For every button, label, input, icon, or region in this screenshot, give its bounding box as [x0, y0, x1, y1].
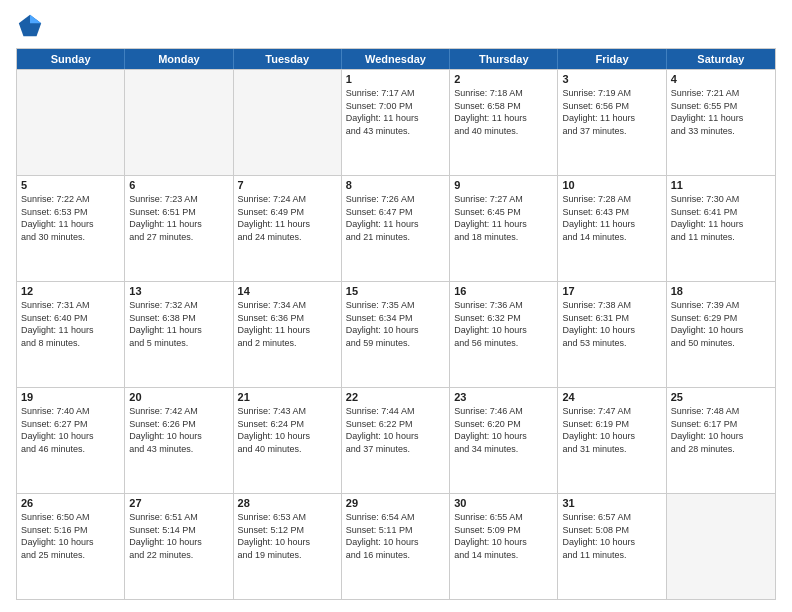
day-number: 29 [346, 497, 445, 509]
cell-info: Sunrise: 7:17 AM Sunset: 7:00 PM Dayligh… [346, 87, 445, 137]
cell-info: Sunrise: 6:50 AM Sunset: 5:16 PM Dayligh… [21, 511, 120, 561]
cal-row-3: 19Sunrise: 7:40 AM Sunset: 6:27 PM Dayli… [17, 387, 775, 493]
day-number: 22 [346, 391, 445, 403]
logo-icon [16, 12, 44, 40]
day-number: 3 [562, 73, 661, 85]
calendar-header: SundayMondayTuesdayWednesdayThursdayFrid… [17, 49, 775, 69]
cal-row-2: 12Sunrise: 7:31 AM Sunset: 6:40 PM Dayli… [17, 281, 775, 387]
calendar: SundayMondayTuesdayWednesdayThursdayFrid… [16, 48, 776, 600]
cell-info: Sunrise: 6:57 AM Sunset: 5:08 PM Dayligh… [562, 511, 661, 561]
cal-cell: 31Sunrise: 6:57 AM Sunset: 5:08 PM Dayli… [558, 494, 666, 599]
cell-info: Sunrise: 7:19 AM Sunset: 6:56 PM Dayligh… [562, 87, 661, 137]
cal-cell: 24Sunrise: 7:47 AM Sunset: 6:19 PM Dayli… [558, 388, 666, 493]
day-number: 19 [21, 391, 120, 403]
cal-cell: 2Sunrise: 7:18 AM Sunset: 6:58 PM Daylig… [450, 70, 558, 175]
cell-info: Sunrise: 7:40 AM Sunset: 6:27 PM Dayligh… [21, 405, 120, 455]
day-number: 16 [454, 285, 553, 297]
cal-cell [234, 70, 342, 175]
day-number: 15 [346, 285, 445, 297]
day-number: 28 [238, 497, 337, 509]
cal-cell: 14Sunrise: 7:34 AM Sunset: 6:36 PM Dayli… [234, 282, 342, 387]
cell-info: Sunrise: 7:21 AM Sunset: 6:55 PM Dayligh… [671, 87, 771, 137]
cal-row-4: 26Sunrise: 6:50 AM Sunset: 5:16 PM Dayli… [17, 493, 775, 599]
cal-cell: 25Sunrise: 7:48 AM Sunset: 6:17 PM Dayli… [667, 388, 775, 493]
page: SundayMondayTuesdayWednesdayThursdayFrid… [0, 0, 792, 612]
day-number: 26 [21, 497, 120, 509]
cal-cell: 3Sunrise: 7:19 AM Sunset: 6:56 PM Daylig… [558, 70, 666, 175]
day-number: 8 [346, 179, 445, 191]
cal-cell: 8Sunrise: 7:26 AM Sunset: 6:47 PM Daylig… [342, 176, 450, 281]
calendar-body: 1Sunrise: 7:17 AM Sunset: 7:00 PM Daylig… [17, 69, 775, 599]
day-number: 27 [129, 497, 228, 509]
day-number: 20 [129, 391, 228, 403]
day-number: 17 [562, 285, 661, 297]
cal-cell [17, 70, 125, 175]
day-number: 18 [671, 285, 771, 297]
cal-header-wednesday: Wednesday [342, 49, 450, 69]
cal-cell: 21Sunrise: 7:43 AM Sunset: 6:24 PM Dayli… [234, 388, 342, 493]
cell-info: Sunrise: 6:55 AM Sunset: 5:09 PM Dayligh… [454, 511, 553, 561]
day-number: 6 [129, 179, 228, 191]
logo [16, 12, 48, 40]
cell-info: Sunrise: 7:32 AM Sunset: 6:38 PM Dayligh… [129, 299, 228, 349]
cal-header-sunday: Sunday [17, 49, 125, 69]
day-number: 11 [671, 179, 771, 191]
cal-header-monday: Monday [125, 49, 233, 69]
cell-info: Sunrise: 7:31 AM Sunset: 6:40 PM Dayligh… [21, 299, 120, 349]
cal-cell: 19Sunrise: 7:40 AM Sunset: 6:27 PM Dayli… [17, 388, 125, 493]
cal-cell: 18Sunrise: 7:39 AM Sunset: 6:29 PM Dayli… [667, 282, 775, 387]
cell-info: Sunrise: 7:35 AM Sunset: 6:34 PM Dayligh… [346, 299, 445, 349]
cal-cell: 23Sunrise: 7:46 AM Sunset: 6:20 PM Dayli… [450, 388, 558, 493]
cal-cell [125, 70, 233, 175]
cell-info: Sunrise: 7:39 AM Sunset: 6:29 PM Dayligh… [671, 299, 771, 349]
cal-cell: 27Sunrise: 6:51 AM Sunset: 5:14 PM Dayli… [125, 494, 233, 599]
day-number: 24 [562, 391, 661, 403]
cal-cell: 7Sunrise: 7:24 AM Sunset: 6:49 PM Daylig… [234, 176, 342, 281]
cell-info: Sunrise: 7:30 AM Sunset: 6:41 PM Dayligh… [671, 193, 771, 243]
day-number: 7 [238, 179, 337, 191]
day-number: 4 [671, 73, 771, 85]
day-number: 14 [238, 285, 337, 297]
cal-cell: 11Sunrise: 7:30 AM Sunset: 6:41 PM Dayli… [667, 176, 775, 281]
day-number: 30 [454, 497, 553, 509]
cal-cell: 6Sunrise: 7:23 AM Sunset: 6:51 PM Daylig… [125, 176, 233, 281]
cal-cell: 30Sunrise: 6:55 AM Sunset: 5:09 PM Dayli… [450, 494, 558, 599]
day-number: 5 [21, 179, 120, 191]
cell-info: Sunrise: 7:24 AM Sunset: 6:49 PM Dayligh… [238, 193, 337, 243]
day-number: 23 [454, 391, 553, 403]
day-number: 9 [454, 179, 553, 191]
cal-header-saturday: Saturday [667, 49, 775, 69]
cell-info: Sunrise: 7:46 AM Sunset: 6:20 PM Dayligh… [454, 405, 553, 455]
cell-info: Sunrise: 7:43 AM Sunset: 6:24 PM Dayligh… [238, 405, 337, 455]
cell-info: Sunrise: 7:36 AM Sunset: 6:32 PM Dayligh… [454, 299, 553, 349]
cell-info: Sunrise: 7:18 AM Sunset: 6:58 PM Dayligh… [454, 87, 553, 137]
cell-info: Sunrise: 6:54 AM Sunset: 5:11 PM Dayligh… [346, 511, 445, 561]
cell-info: Sunrise: 7:48 AM Sunset: 6:17 PM Dayligh… [671, 405, 771, 455]
cell-info: Sunrise: 7:34 AM Sunset: 6:36 PM Dayligh… [238, 299, 337, 349]
cal-row-1: 5Sunrise: 7:22 AM Sunset: 6:53 PM Daylig… [17, 175, 775, 281]
cal-cell: 5Sunrise: 7:22 AM Sunset: 6:53 PM Daylig… [17, 176, 125, 281]
day-number: 21 [238, 391, 337, 403]
cal-cell: 9Sunrise: 7:27 AM Sunset: 6:45 PM Daylig… [450, 176, 558, 281]
cell-info: Sunrise: 7:26 AM Sunset: 6:47 PM Dayligh… [346, 193, 445, 243]
cal-row-0: 1Sunrise: 7:17 AM Sunset: 7:00 PM Daylig… [17, 69, 775, 175]
day-number: 31 [562, 497, 661, 509]
cal-cell: 20Sunrise: 7:42 AM Sunset: 6:26 PM Dayli… [125, 388, 233, 493]
cell-info: Sunrise: 6:53 AM Sunset: 5:12 PM Dayligh… [238, 511, 337, 561]
cell-info: Sunrise: 7:23 AM Sunset: 6:51 PM Dayligh… [129, 193, 228, 243]
day-number: 12 [21, 285, 120, 297]
cal-header-thursday: Thursday [450, 49, 558, 69]
cal-cell: 13Sunrise: 7:32 AM Sunset: 6:38 PM Dayli… [125, 282, 233, 387]
day-number: 10 [562, 179, 661, 191]
cal-header-friday: Friday [558, 49, 666, 69]
cal-cell: 12Sunrise: 7:31 AM Sunset: 6:40 PM Dayli… [17, 282, 125, 387]
day-number: 13 [129, 285, 228, 297]
cell-info: Sunrise: 7:42 AM Sunset: 6:26 PM Dayligh… [129, 405, 228, 455]
cal-cell: 28Sunrise: 6:53 AM Sunset: 5:12 PM Dayli… [234, 494, 342, 599]
cal-cell: 10Sunrise: 7:28 AM Sunset: 6:43 PM Dayli… [558, 176, 666, 281]
cal-cell: 26Sunrise: 6:50 AM Sunset: 5:16 PM Dayli… [17, 494, 125, 599]
cell-info: Sunrise: 7:38 AM Sunset: 6:31 PM Dayligh… [562, 299, 661, 349]
cell-info: Sunrise: 7:27 AM Sunset: 6:45 PM Dayligh… [454, 193, 553, 243]
cal-cell: 1Sunrise: 7:17 AM Sunset: 7:00 PM Daylig… [342, 70, 450, 175]
svg-marker-1 [30, 15, 41, 23]
